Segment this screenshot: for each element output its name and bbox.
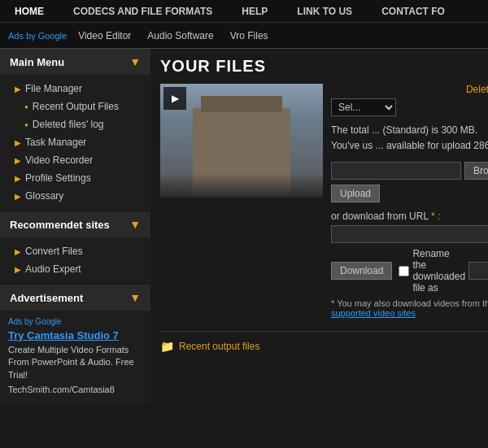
triangle-icon-7: ▶	[15, 265, 21, 274]
file-select[interactable]: Sel...	[331, 98, 396, 116]
deleted-log-label: Deleted files' log	[33, 119, 104, 130]
ad-google-label: Ads by Google	[8, 317, 142, 326]
video-recorder-label: Video Recorder	[25, 154, 93, 166]
recommended-header[interactable]: Recommendet sites ▼	[0, 211, 150, 237]
ad-url-text: TechSmith.com/Camtasia8	[8, 384, 142, 396]
ad-content: Ads by Google Try Camtasia Studio 7 Crea…	[0, 311, 150, 403]
note-text: * You may also download videos from the …	[331, 298, 488, 318]
audio-software-link[interactable]: Audio Software	[142, 30, 218, 41]
thumbnail-area	[160, 84, 323, 198]
recent-output-label: Recent Output Files	[33, 101, 119, 112]
advertisement-header[interactable]: Advertisement ▼	[0, 285, 150, 311]
sidebar-item-video-recorder[interactable]: ▶ Video Recorder	[0, 151, 150, 169]
convert-files-label: Convert Files	[25, 246, 83, 257]
advertisement-arrow-icon: ▼	[129, 291, 141, 304]
recommended-arrow-icon: ▼	[129, 218, 141, 231]
file-manager-label: File Manager	[25, 83, 82, 94]
storage-line1: The total ... (Standard) is 300 MB.	[331, 123, 488, 138]
task-manager-label: Task Manager	[25, 137, 86, 148]
recent-output-link[interactable]: Recent output files	[179, 341, 259, 352]
main-menu-section: Main Menu ▼ ▶ File Manager ● Recent Outp…	[0, 49, 150, 210]
download-button[interactable]: Download	[331, 262, 392, 280]
upload-row: Browse...	[331, 162, 488, 180]
nav-link-to-us[interactable]: LINK TO US	[282, 0, 367, 22]
main-menu-arrow-icon: ▼	[129, 55, 141, 68]
divider	[160, 331, 488, 332]
nav-contact[interactable]: CONTACT FO	[367, 0, 460, 22]
ad-body-text: Create Multiple Video Formats From Power…	[8, 344, 142, 381]
supported-sites-link[interactable]: supported video sites	[331, 308, 416, 318]
triangle-icon: ▶	[15, 85, 21, 94]
ad-title-link[interactable]: Try Camtasia Studio 7	[8, 329, 142, 341]
sidebar-item-audio-expert[interactable]: ▶ Audio Expert	[0, 260, 150, 278]
delete-rename-row: Delete | Renam	[331, 84, 488, 95]
file-info-right: Delete | Renam Sel... The total ... (Sta…	[323, 84, 488, 326]
file-select-row: Sel...	[331, 98, 488, 116]
main-menu-header[interactable]: Main Menu ▼	[0, 49, 150, 75]
advertisement-label: Advertisement	[10, 292, 83, 304]
sidebar-item-convert-files[interactable]: ▶ Convert Files	[0, 242, 150, 260]
second-bar: Ads by Google Video Editor Audio Softwar…	[0, 23, 488, 49]
delete-link[interactable]: Delete	[466, 84, 488, 95]
storage-info: The total ... (Standard) is 300 MB. You'…	[331, 123, 488, 154]
bullet-icon: ●	[24, 103, 28, 111]
download-row: Download Rename the downloaded file as	[331, 248, 488, 294]
rename-downloaded-label: Rename the downloaded file as	[399, 248, 488, 294]
profile-settings-label: Profile Settings	[25, 172, 91, 184]
bullet-icon-2: ●	[24, 121, 28, 128]
glossary-label: Glossary	[25, 190, 63, 202]
main-menu-label: Main Menu	[10, 56, 64, 68]
audio-expert-label: Audio Expert	[25, 263, 81, 275]
nav-codecs[interactable]: CODECS AND FILE FORMATS	[59, 0, 227, 22]
sidebar-item-task-manager[interactable]: ▶ Task Manager	[0, 133, 150, 151]
main-menu-items: ▶ File Manager ● Recent Output Files ● D…	[0, 75, 150, 210]
upload-button[interactable]: Upload	[331, 185, 380, 202]
storage-line2: You've us ... available for upload 286.4…	[331, 138, 488, 154]
file-row: Delete | Renam Sel... The total ... (Sta…	[160, 84, 488, 326]
main-content: YOUR FILES Delete | Renam	[150, 49, 488, 448]
rename-as-input[interactable]	[468, 262, 488, 280]
nav-help[interactable]: HELP	[227, 0, 282, 22]
browse-button[interactable]: Browse...	[464, 162, 488, 180]
sidebar-item-glossary[interactable]: ▶ Glossary	[0, 187, 150, 205]
or-url-label: or download from URL * :	[331, 211, 488, 222]
triangle-icon-3: ▶	[15, 156, 21, 165]
page-title: YOUR FILES	[160, 57, 488, 76]
crowd-shape	[160, 173, 323, 198]
vro-files-link[interactable]: Vro Files	[225, 30, 273, 41]
sidebar-item-deleted-log[interactable]: ● Deleted files' log	[0, 115, 150, 133]
url-input[interactable]	[331, 225, 488, 243]
file-path-input[interactable]	[331, 162, 461, 180]
video-editor-link[interactable]: Video Editor	[73, 30, 136, 41]
triangle-icon-4: ▶	[15, 174, 21, 183]
ads-google-link[interactable]: Ads by Google	[8, 31, 67, 41]
advertisement-section: Advertisement ▼ Ads by Google Try Camtas…	[0, 285, 150, 403]
rename-checkbox[interactable]	[399, 266, 409, 276]
triangle-icon-2: ▶	[15, 138, 21, 147]
recommended-section: Recommendet sites ▼ ▶ Convert Files ▶ Au…	[0, 211, 150, 283]
nav-home[interactable]: HOME	[0, 0, 59, 22]
triangle-icon-6: ▶	[15, 247, 21, 256]
play-button[interactable]	[163, 87, 186, 110]
required-marker: * :	[431, 211, 440, 222]
sidebar: Main Menu ▼ ▶ File Manager ● Recent Outp…	[0, 49, 150, 448]
sidebar-item-recent-output[interactable]: ● Recent Output Files	[0, 98, 150, 115]
folder-icon: 📁	[160, 340, 174, 353]
recommended-label: Recommendet sites	[10, 219, 110, 231]
recent-output-section: 📁 Recent output files	[160, 340, 488, 353]
ad-google-text[interactable]: Ads by Google	[8, 317, 62, 326]
recommended-items: ▶ Convert Files ▶ Audio Expert	[0, 237, 150, 283]
triangle-icon-5: ▶	[15, 192, 21, 201]
top-navigation: HOME CODECS AND FILE FORMATS HELP LINK T…	[0, 0, 488, 23]
ads-by-google-label: Ads by Google	[8, 31, 67, 41]
sidebar-item-file-manager[interactable]: ▶ File Manager	[0, 80, 150, 98]
sidebar-item-profile-settings[interactable]: ▶ Profile Settings	[0, 169, 150, 187]
page-layout: Main Menu ▼ ▶ File Manager ● Recent Outp…	[0, 49, 488, 448]
